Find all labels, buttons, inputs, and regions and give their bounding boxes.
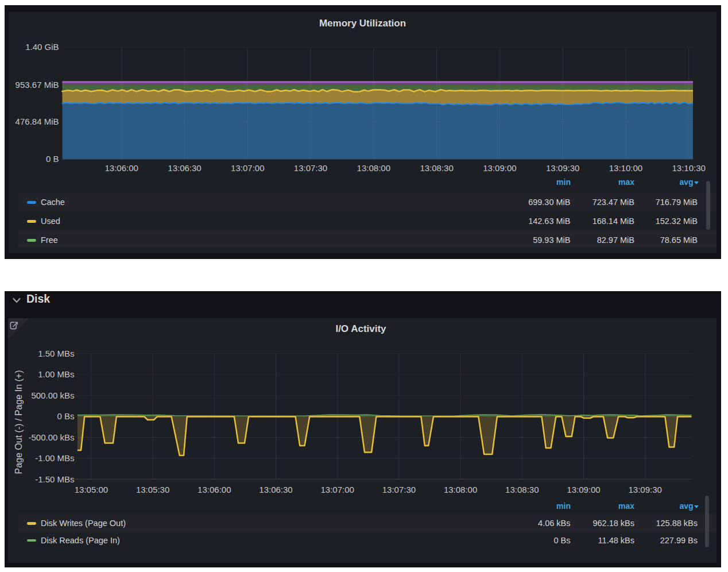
svg-text:13:07:30: 13:07:30: [382, 485, 416, 494]
svg-text:500.00 kBs: 500.00 kBs: [31, 391, 74, 400]
svg-text:13:06:30: 13:06:30: [259, 485, 292, 494]
svg-text:Page Out (-) / Page In (+): Page Out (-) / Page In (+): [14, 370, 24, 474]
svg-text:-1.00 MBs: -1.00 MBs: [35, 453, 74, 463]
svg-text:13:09:30: 13:09:30: [629, 485, 662, 494]
svg-text:13:05:30: 13:05:30: [136, 485, 169, 494]
svg-text:13:08:00: 13:08:00: [444, 485, 477, 494]
svg-text:13:05:00: 13:05:00: [75, 485, 108, 494]
svg-text:13:09:00: 13:09:00: [567, 485, 600, 494]
svg-text:13:07:00: 13:07:00: [321, 485, 354, 494]
svg-text:-1.50 MBs: -1.50 MBs: [35, 474, 74, 484]
svg-text:1.50 MBs: 1.50 MBs: [38, 349, 74, 358]
svg-text:0 Bs: 0 Bs: [57, 411, 74, 421]
svg-text:-500.00 kBs: -500.00 kBs: [28, 432, 74, 442]
svg-text:1.00 MBs: 1.00 MBs: [38, 369, 74, 379]
svg-text:13:06:00: 13:06:00: [198, 485, 231, 494]
svg-text:13:08:30: 13:08:30: [505, 485, 539, 494]
